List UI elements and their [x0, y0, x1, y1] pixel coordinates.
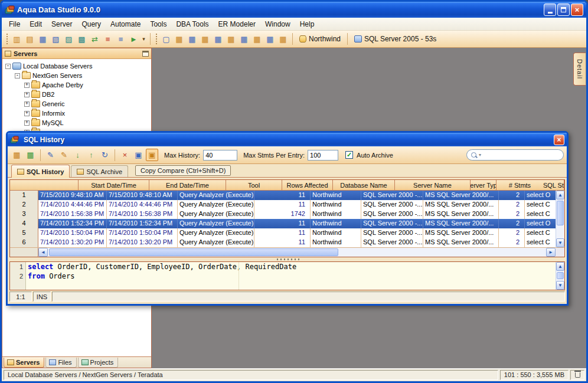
grid-text-view-icon[interactable]: ▦: [186, 33, 198, 45]
register-server-icon[interactable]: ▥: [11, 33, 23, 45]
column-header[interactable]: Database Name: [333, 180, 395, 191]
close-button[interactable]: ×: [571, 4, 583, 16]
table-horizontal-scrollbar[interactable]: ◄ ►: [10, 247, 564, 257]
import-export-tool-icon[interactable]: ⇄: [89, 33, 101, 45]
sql-preview-editor[interactable]: 1 select OrderID, CustomerID, EmployeeID…: [9, 261, 565, 290]
column-header[interactable]: Server Name: [395, 180, 471, 191]
server-folder-icon[interactable]: ▤: [24, 33, 36, 45]
history-row[interactable]: 4 7/14/2010 1:52:34 PM 7/14/2010 1:52:34…: [10, 219, 564, 228]
database-selector[interactable]: Northwind: [296, 35, 344, 43]
tree-expander[interactable]: +: [24, 83, 30, 88]
menu-tools[interactable]: Tools: [145, 18, 171, 30]
open-in-window-icon[interactable]: ▣: [132, 149, 145, 161]
menu-er-modeler[interactable]: ER Modeler: [214, 18, 260, 30]
server-connection[interactable]: SQL Server 2005 - 53s: [351, 35, 440, 43]
history-row[interactable]: 6 7/14/2010 1:30:20 PM 7/14/2010 1:30:20…: [10, 238, 564, 247]
window-titlebar[interactable]: Aqua Data Studio 9.0.0 ×: [2, 2, 586, 18]
history-row[interactable]: 3 7/14/2010 1:56:38 PM 7/14/2010 1:56:38…: [10, 209, 564, 219]
toolbar-overflow-icon[interactable]: ▾: [141, 36, 147, 42]
compare-tool-icon[interactable]: ≡: [102, 33, 114, 45]
grid-sort-icon[interactable]: ▦: [238, 33, 250, 45]
grid-pivot-icon[interactable]: ▦: [212, 33, 224, 45]
history-row[interactable]: 1 7/15/2010 9:48:10 AM 7/15/2010 9:48:10…: [10, 191, 564, 200]
results-grid-icon[interactable]: ▦: [173, 33, 185, 45]
menu-edit[interactable]: Edit: [25, 18, 47, 30]
detail-side-tab[interactable]: Detail: [573, 53, 586, 86]
table-vertical-scrollbar[interactable]: ▲ ▼: [556, 191, 564, 247]
copy-compare-button[interactable]: Copy Compare (Ctrl+Shift+D): [135, 165, 231, 176]
toggle-sql-pane-icon[interactable]: ▣: [146, 149, 158, 161]
dialog-close-button[interactable]: ×: [554, 135, 564, 145]
column-header[interactable]: [10, 180, 79, 191]
editor-vertical-scrollbar[interactable]: ▲ ▼: [556, 262, 564, 290]
menu-server[interactable]: Server: [47, 18, 77, 30]
column-header[interactable]: End Date/Time: [149, 180, 226, 191]
column-header[interactable]: # Stmts: [496, 180, 543, 191]
tree-item[interactable]: + DB2: [2, 90, 151, 99]
grid-export-icon[interactable]: ▦: [264, 33, 276, 45]
column-header[interactable]: Server Type: [471, 180, 496, 191]
menu-dba-tools[interactable]: DBA Tools: [171, 18, 213, 30]
grid-form-view-icon[interactable]: ▦: [199, 33, 211, 45]
menu-help[interactable]: Help: [295, 18, 319, 30]
servers-panel-header[interactable]: Servers: [2, 48, 151, 59]
grid-filter-icon[interactable]: ▦: [225, 33, 237, 45]
scrollbar-thumb[interactable]: [49, 248, 338, 256]
toolbar-grip[interactable]: [155, 33, 158, 45]
tab-sql-archive[interactable]: SQL Archive: [71, 165, 128, 177]
menu-query[interactable]: Query: [77, 18, 106, 30]
dialog-titlebar[interactable]: SQL History ×: [8, 133, 567, 146]
tree-expander[interactable]: +: [24, 111, 30, 116]
automation-tool-icon[interactable]: ►: [128, 33, 140, 45]
panel-tab-projects[interactable]: Projects: [78, 358, 119, 368]
tree-expander[interactable]: -: [5, 64, 11, 69]
delete-entry-icon[interactable]: ×: [119, 149, 131, 161]
menu-file[interactable]: File: [4, 18, 25, 30]
max-history-input[interactable]: [203, 150, 237, 161]
menu-automate[interactable]: Automate: [106, 18, 145, 30]
import-entries-icon[interactable]: ↑: [85, 149, 97, 161]
pane-splitter[interactable]: [8, 257, 567, 261]
scroll-up-icon[interactable]: ▲: [556, 191, 564, 199]
tree-expander[interactable]: +: [24, 92, 30, 97]
script-tool-icon[interactable]: ≡: [115, 33, 127, 45]
history-row[interactable]: 2 7/14/2010 4:44:46 PM 7/14/2010 4:44:46…: [10, 200, 564, 209]
scrollbar-thumb[interactable]: [557, 272, 564, 279]
search-dropdown-icon[interactable]: ▾: [479, 152, 481, 158]
scroll-down-icon[interactable]: ▼: [556, 281, 564, 290]
edit-entry-icon[interactable]: ✎: [44, 149, 57, 161]
grid-aggregate-icon[interactable]: ▦: [251, 33, 263, 45]
menu-window[interactable]: Window: [260, 18, 295, 30]
tree-expander[interactable]: +: [24, 120, 30, 126]
minimize-button[interactable]: [544, 4, 556, 16]
schema-browser-icon[interactable]: ▦: [37, 33, 49, 45]
garbage-collect-button[interactable]: [570, 370, 584, 380]
new-query-window-icon[interactable]: ▢: [160, 33, 172, 45]
tree-expander[interactable]: +: [24, 102, 30, 107]
tree-expander[interactable]: -: [15, 73, 20, 78]
tree-item[interactable]: + Informix: [2, 109, 151, 118]
copy-entry-icon[interactable]: ✎: [58, 149, 70, 161]
max-stmts-input[interactable]: [308, 150, 338, 161]
query-analyzer-icon[interactable]: ▧: [50, 33, 62, 45]
auto-archive-checkbox[interactable]: ✓: [345, 151, 353, 159]
view-grid-icon[interactable]: ▦: [11, 149, 23, 161]
tab-sql-history[interactable]: SQL History: [11, 165, 70, 178]
scroll-up-icon[interactable]: ▲: [556, 262, 564, 271]
column-header[interactable]: SQL St: [543, 180, 564, 191]
scroll-right-icon[interactable]: ►: [546, 248, 556, 257]
tree-item[interactable]: + MySQL: [2, 118, 151, 127]
history-row[interactable]: 5 7/14/2010 1:50:04 PM 7/14/2010 1:50:04…: [10, 228, 564, 238]
column-header[interactable]: Rows Affected: [282, 180, 333, 191]
column-header[interactable]: Tool: [226, 180, 282, 191]
refresh-entries-icon[interactable]: ↻: [99, 149, 111, 161]
table-data-tool-icon[interactable]: ▩: [76, 33, 88, 45]
maximize-button[interactable]: [557, 4, 570, 16]
scroll-left-icon[interactable]: ◄: [38, 248, 48, 257]
scrollbar-thumb[interactable]: [557, 201, 564, 225]
history-search-input[interactable]: ▾: [466, 149, 564, 161]
scroll-down-icon[interactable]: ▼: [556, 238, 564, 247]
tree-item[interactable]: - NextGen Servers: [2, 71, 151, 80]
export-entries-icon[interactable]: ↓: [71, 149, 84, 161]
tree-item[interactable]: + Generic: [2, 99, 151, 109]
